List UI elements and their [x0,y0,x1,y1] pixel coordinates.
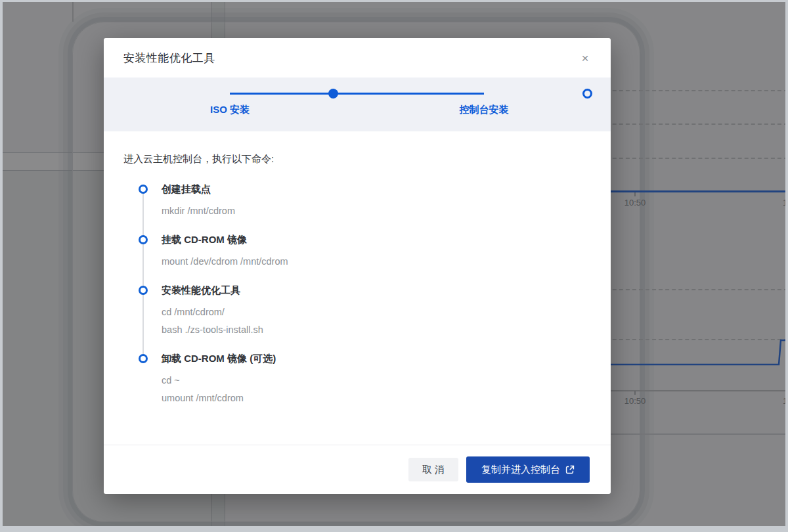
step-title: 创建挂载点 [162,184,591,194]
dialog-body: 进入云主机控制台，执行以下命令: 创建挂载点 mkdir /mnt/cdrom … [104,131,611,445]
step-title: 挂载 CD-ROM 镜像 [162,234,591,245]
dialog-header: 安装性能优化工具 × [104,38,611,78]
step-title: 安装性能优化工具 [162,285,591,296]
list-item: 卸载 CD-ROM 镜像 (可选) cd ~ umount /mnt/cdrom [123,353,591,407]
list-item: 挂载 CD-ROM 镜像 mount /dev/cdrom /mnt/cdrom [123,234,591,271]
step-marker-icon [139,185,148,194]
list-item: 创建挂载点 mkdir /mnt/cdrom [123,184,591,220]
step-command: bash ./zs-tools-install.sh [162,321,591,339]
dialog-title: 安装性能优化工具 [123,51,215,66]
external-link-icon [565,465,575,474]
copy-and-open-console-label: 复制并进入控制台 [481,464,560,476]
wizard-stepper: ISO 安装 控制台安装 [104,78,611,131]
step-command: mount /dev/cdrom /mnt/cdrom [162,253,591,271]
step-marker-icon [139,235,148,244]
step-command: cd /mnt/cdrom/ [162,303,591,321]
command-steps-list: 创建挂载点 mkdir /mnt/cdrom 挂载 CD-ROM 镜像 moun… [123,184,591,407]
step-command: cd ~ [162,372,591,389]
list-item: 安装性能优化工具 cd /mnt/cdrom/ bash ./zs-tools-… [123,285,591,339]
stepper-dot-filled-icon [328,89,338,99]
copy-and-open-console-button[interactable]: 复制并进入控制台 [466,456,590,483]
install-tools-dialog: 安装性能优化工具 × ISO 安装 控制台安装 进入云主机控制台，执行以下命令:… [104,38,611,494]
stepper-track [230,93,484,95]
stepper-step-iso-install: ISO 安装 [210,104,250,116]
cancel-button[interactable]: 取 消 [408,458,458,481]
dialog-footer: 取 消 复制并进入控制台 [104,445,611,494]
step-marker-icon [139,354,148,363]
step-command: umount /mnt/cdrom [162,389,591,407]
stepper-step-console-install: 控制台安装 [460,104,509,116]
stepper-dot-hollow-icon [582,89,592,99]
step-marker-icon [139,286,148,295]
step-command: mkdir /mnt/cdrom [162,202,591,220]
step-title: 卸载 CD-ROM 镜像 (可选) [162,353,591,364]
instructions-intro: 进入云主机控制台，执行以下命令: [123,153,591,166]
close-icon[interactable]: × [577,49,594,66]
